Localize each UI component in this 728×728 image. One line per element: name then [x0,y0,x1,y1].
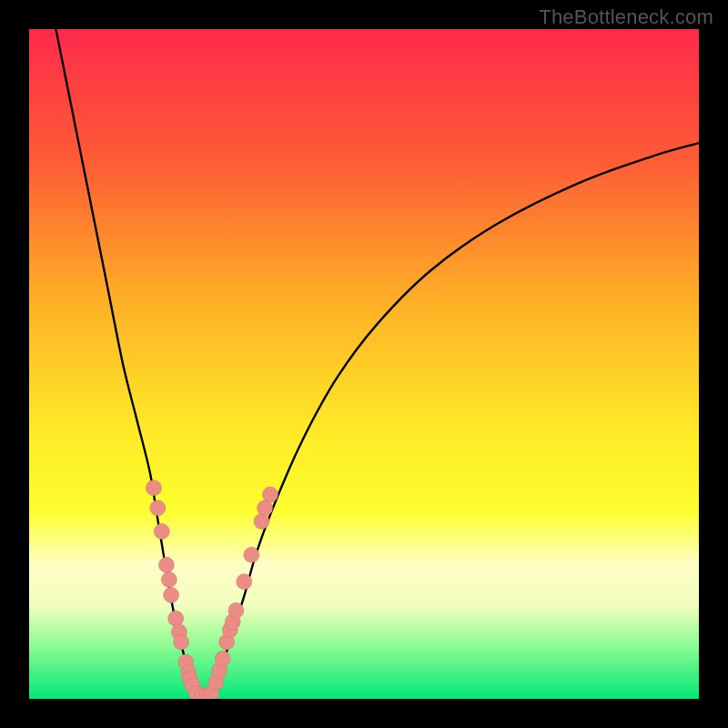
data-point [146,480,161,496]
data-point [237,574,252,590]
watermark-text: TheBottleneck.com [539,5,713,29]
data-point [161,571,177,587]
chart-svg [29,29,699,699]
data-point [150,500,166,516]
data-point [254,513,269,529]
data-points-group [146,480,278,699]
data-point [258,500,273,516]
data-point [168,611,184,626]
data-point [164,587,179,602]
data-point [158,557,174,572]
data-point [174,634,189,650]
data-point [244,547,259,562]
plot-area [29,29,699,699]
curve-right-branch [210,143,699,695]
data-point [154,524,169,540]
data-point [228,602,244,618]
chart-frame: TheBottleneck.com [0,0,728,728]
data-point [262,487,278,502]
data-point [215,651,230,666]
